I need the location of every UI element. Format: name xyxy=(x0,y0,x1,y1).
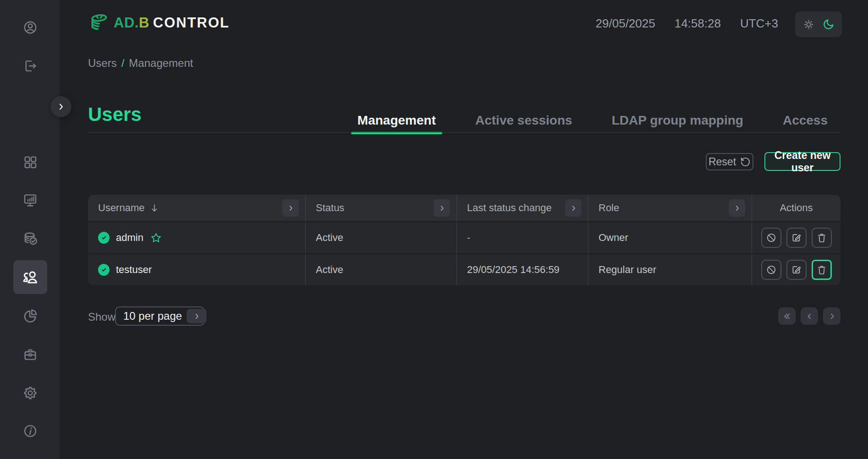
logo-text-accent: B xyxy=(139,15,149,31)
sidebar-item-dashboard[interactable] xyxy=(19,151,41,173)
sidebar-item-databases[interactable] xyxy=(19,228,41,250)
chevron-right-icon xyxy=(827,311,837,321)
block-icon xyxy=(765,264,777,276)
sidebar-item-info[interactable] xyxy=(19,420,41,442)
light-theme-button[interactable] xyxy=(802,18,815,31)
username-value: admin xyxy=(116,232,143,244)
sidebar-item-reports[interactable] xyxy=(19,305,41,327)
chevron-right-icon xyxy=(570,204,577,212)
tab-bar: Management Active sessions LDAP group ma… xyxy=(351,108,834,133)
edit-user-button[interactable] xyxy=(786,228,807,248)
column-expand-status-button[interactable] xyxy=(434,199,450,217)
tab-management[interactable]: Management xyxy=(351,108,442,133)
username-cell: admin xyxy=(88,222,306,253)
app-logo[interactable]: AD.BCONTROL xyxy=(88,12,230,34)
chevron-right-icon xyxy=(193,312,201,320)
last-status-change-cell: - xyxy=(457,222,588,253)
page-size-expand-button[interactable] xyxy=(187,309,207,323)
sidebar-item-users[interactable] xyxy=(13,260,47,294)
table-row: testuser Active 29/05/2025 14:56:59 Regu… xyxy=(88,253,841,285)
chevron-right-icon xyxy=(733,204,741,212)
reset-button-label: Reset xyxy=(709,156,736,168)
column-label: Last status change xyxy=(467,202,552,214)
sort-desc-arrow-icon xyxy=(149,202,160,213)
favorite-star-icon[interactable] xyxy=(150,232,162,244)
chevron-right-icon xyxy=(438,204,446,212)
reset-button[interactable]: Reset xyxy=(706,153,753,170)
column-expand-last-status-change-button[interactable] xyxy=(565,199,582,217)
create-new-user-label: Create new user xyxy=(765,149,840,174)
users-table: Username Status Last status change Role xyxy=(88,195,841,285)
column-expand-username-button[interactable] xyxy=(282,199,299,217)
logout-icon xyxy=(22,58,38,74)
moon-icon xyxy=(822,18,835,31)
delete-user-button[interactable] xyxy=(812,228,832,248)
sidebar-item-monitoring[interactable] xyxy=(19,189,41,211)
database-check-icon xyxy=(22,231,38,246)
table-header-row: Username Status Last status change Role xyxy=(88,195,841,221)
create-new-user-button[interactable]: Create new user xyxy=(764,152,841,171)
last-status-change-cell: 29/05/2025 14:56:59 xyxy=(457,254,588,285)
column-header-last-status-change[interactable]: Last status change xyxy=(457,195,588,221)
page-size-value: 10 per page xyxy=(123,310,182,322)
sidebar xyxy=(0,0,60,459)
edit-icon xyxy=(791,232,802,244)
column-header-username[interactable]: Username xyxy=(88,195,306,221)
clock: 29/05/2025 14:58:28 UTC+3 xyxy=(596,16,778,31)
trash-icon xyxy=(816,232,828,244)
logo-text: AD.BCONTROL xyxy=(114,15,230,31)
database-logo-icon xyxy=(88,12,110,34)
first-page-button[interactable] xyxy=(778,307,796,325)
sidebar-item-profile[interactable] xyxy=(19,16,41,38)
table-row: admin Active - Owner xyxy=(88,221,841,253)
column-header-actions: Actions xyxy=(752,195,841,221)
tab-ldap-group-mapping[interactable]: LDAP group mapping xyxy=(605,108,750,133)
status-check-circle-icon xyxy=(98,232,110,244)
username-cell: testuser xyxy=(88,254,306,285)
info-circle-icon xyxy=(22,423,38,439)
column-expand-role-button[interactable] xyxy=(729,199,745,217)
briefcase-icon xyxy=(22,347,38,362)
logo-text-rest: CONTROL xyxy=(153,15,230,31)
block-icon xyxy=(765,232,777,244)
breadcrumb-root[interactable]: Users xyxy=(88,57,117,70)
breadcrumb-separator: / xyxy=(121,57,125,70)
clock-timezone: UTC+3 xyxy=(740,16,778,31)
status-cell: Active xyxy=(306,222,457,253)
block-user-button[interactable] xyxy=(761,260,781,280)
tab-active-sessions[interactable]: Active sessions xyxy=(469,108,579,133)
column-label: Role xyxy=(599,202,619,214)
previous-page-button[interactable] xyxy=(801,307,818,325)
pagination xyxy=(778,307,841,325)
page-size-select[interactable]: 10 per page xyxy=(115,306,205,326)
tab-access[interactable]: Access xyxy=(776,108,834,133)
theme-toggle xyxy=(795,11,842,37)
breadcrumb-current[interactable]: Management xyxy=(129,57,193,70)
username-value: testuser xyxy=(116,264,152,276)
column-header-role[interactable]: Role xyxy=(588,195,752,221)
actions-cell xyxy=(752,254,841,285)
role-cell: Owner xyxy=(588,222,752,253)
tabs-divider xyxy=(88,132,841,133)
sidebar-expand-button[interactable] xyxy=(50,96,71,117)
logo-text-primary: AD. xyxy=(114,15,139,31)
column-header-status[interactable]: Status xyxy=(306,195,457,221)
column-label: Actions xyxy=(780,202,813,214)
role-cell: Regular user xyxy=(588,254,752,285)
edit-user-button[interactable] xyxy=(786,260,807,280)
settings-gear-icon xyxy=(22,385,38,401)
sidebar-item-logout[interactable] xyxy=(19,55,41,77)
users-group-icon xyxy=(21,268,39,286)
user-circle-icon xyxy=(22,20,38,35)
trash-icon xyxy=(816,264,828,276)
clock-time: 14:58:28 xyxy=(675,16,721,31)
dark-theme-button[interactable] xyxy=(822,18,835,31)
next-page-button[interactable] xyxy=(823,307,841,325)
delete-user-button[interactable] xyxy=(812,260,832,280)
block-user-button[interactable] xyxy=(761,228,781,248)
chevrons-left-icon xyxy=(782,311,792,321)
sidebar-item-settings[interactable] xyxy=(19,382,41,404)
dashboard-grid-icon xyxy=(22,154,38,170)
actions-cell xyxy=(752,222,841,253)
sidebar-item-jobs[interactable] xyxy=(19,344,41,366)
